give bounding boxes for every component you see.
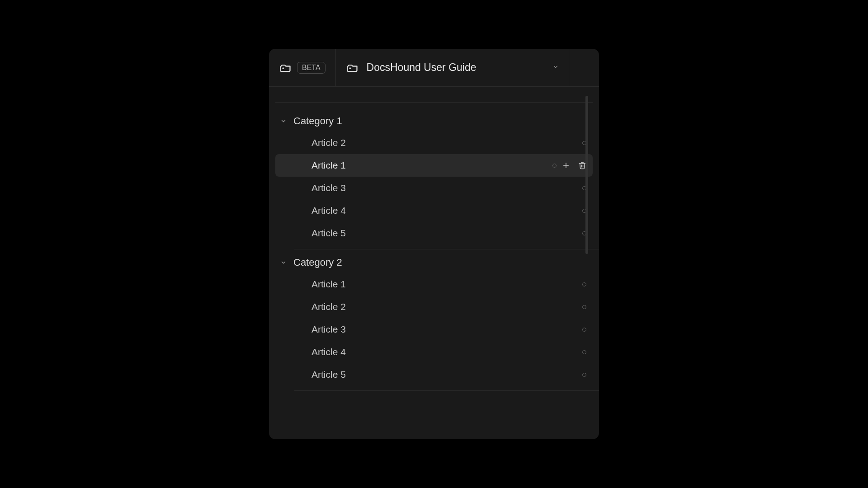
article-row[interactable]: Article 4 bbox=[269, 199, 599, 222]
status-dot-icon bbox=[582, 373, 586, 377]
article-row[interactable]: Article 2 bbox=[269, 131, 599, 154]
category-block: Category 1 Article 2 Article 1 bbox=[269, 103, 599, 249]
chevron-down-icon[interactable] bbox=[552, 64, 559, 72]
svg-point-0 bbox=[283, 68, 283, 68]
article-list: Article 1 Article 2 Article 3 bbox=[269, 273, 599, 386]
article-row[interactable]: Article 1 bbox=[275, 154, 593, 177]
chevron-down-icon bbox=[280, 259, 287, 266]
status-dot-icon bbox=[582, 350, 586, 354]
article-title: Article 3 bbox=[311, 183, 576, 193]
svg-point-1 bbox=[349, 68, 350, 68]
status-dot-icon bbox=[582, 282, 586, 286]
status-dot-icon bbox=[582, 328, 586, 332]
docshound-logo-icon bbox=[279, 61, 292, 74]
category-title: Category 1 bbox=[293, 115, 342, 127]
article-title: Article 1 bbox=[311, 160, 546, 171]
status-dot-icon bbox=[582, 305, 586, 309]
article-row[interactable]: Article 5 bbox=[269, 363, 599, 386]
header-right[interactable]: DocsHound User Guide bbox=[336, 49, 569, 86]
category-title: Category 2 bbox=[293, 257, 342, 268]
article-row[interactable]: Article 2 bbox=[269, 296, 599, 318]
header-left: BETA bbox=[269, 49, 336, 86]
scroll-area: Category 1 Article 2 Article 1 bbox=[269, 87, 599, 439]
sidebar-content: Category 1 Article 2 Article 1 bbox=[269, 87, 599, 439]
app-window: BETA DocsHound User Guide bbox=[269, 49, 599, 439]
article-title: Article 5 bbox=[311, 369, 576, 380]
article-title: Article 2 bbox=[311, 301, 576, 312]
article-title: Article 5 bbox=[311, 228, 576, 239]
article-row[interactable]: Article 3 bbox=[269, 177, 599, 199]
category-header[interactable]: Category 1 bbox=[269, 111, 599, 131]
add-icon[interactable] bbox=[562, 161, 570, 169]
header: BETA DocsHound User Guide bbox=[269, 49, 599, 87]
article-title: Article 4 bbox=[311, 205, 576, 216]
article-row[interactable]: Article 5 bbox=[269, 222, 599, 244]
doc-logo-icon bbox=[346, 61, 359, 74]
article-row[interactable]: Article 4 bbox=[269, 341, 599, 363]
beta-badge: BETA bbox=[297, 62, 326, 74]
category-header[interactable]: Category 2 bbox=[269, 252, 599, 273]
article-title: Article 3 bbox=[311, 324, 576, 335]
article-row[interactable]: Article 1 bbox=[269, 273, 599, 296]
status-dot-icon bbox=[552, 164, 557, 168]
category-block: Category 2 Article 1 Article 2 bbox=[269, 249, 599, 391]
header-spacer bbox=[569, 49, 599, 86]
divider bbox=[294, 390, 599, 391]
article-row[interactable]: Article 3 bbox=[269, 318, 599, 341]
chevron-down-icon bbox=[280, 117, 287, 125]
article-title: Article 2 bbox=[311, 137, 576, 148]
row-actions bbox=[562, 161, 586, 169]
scrollbar[interactable] bbox=[585, 96, 588, 254]
article-title: Article 4 bbox=[311, 347, 576, 357]
article-list: Article 2 Article 1 bbox=[269, 131, 599, 244]
doc-title: DocsHound User Guide bbox=[367, 61, 544, 74]
article-title: Article 1 bbox=[311, 279, 576, 290]
